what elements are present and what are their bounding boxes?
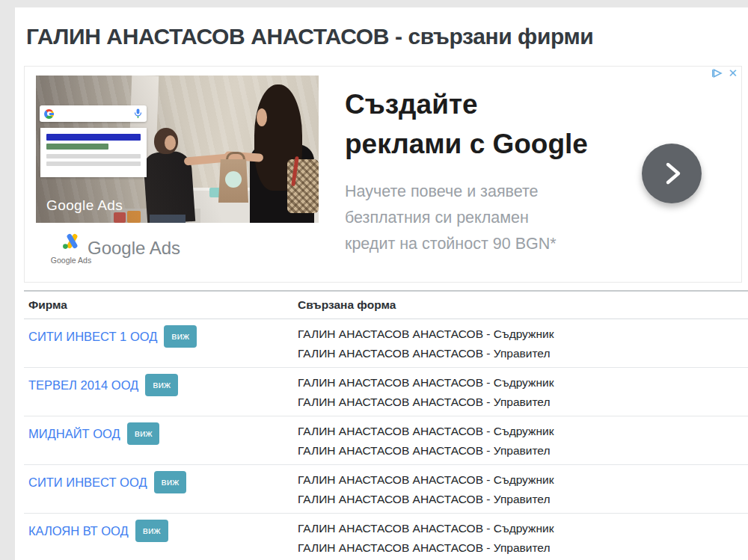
google-g-icon: [44, 109, 54, 119]
relation-line: ГАЛИН АНАСТАСОВ АНАСТАСОВ - Управител: [298, 538, 744, 558]
view-button[interactable]: виж: [164, 325, 197, 348]
chevron-right-icon: [659, 161, 684, 186]
google-ads-logo-icon: [61, 233, 82, 250]
company-link[interactable]: СИТИ ИНВЕСТ ООД: [28, 476, 147, 490]
ad-controls: ✕: [711, 68, 738, 79]
relation-line: ГАЛИН АНАСТАСОВ АНАСТАСОВ - Управител: [298, 441, 744, 461]
relations-cell: ГАЛИН АНАСТАСОВ АНАСТАСОВ - Съдружник ГА…: [298, 372, 744, 412]
company-link[interactable]: ТЕРВЕЛ 2014 ООД: [28, 378, 138, 393]
relation-line: ГАЛИН АНАСТАСОВ АНАСТАСОВ - Съдружник: [298, 519, 744, 538]
company-cell: СИТИ ИНВЕСТ 1 ООД виж: [28, 323, 298, 350]
ad-banner[interactable]: ✕: [24, 66, 742, 283]
ad-body-text: Научете повече и заявете безплатния си р…: [345, 179, 584, 257]
table-row: ТЕРВЕЛ 2014 ООД виж ГАЛИН АНАСТАСОВ АНАС…: [24, 368, 748, 416]
ad-body-line: Научете повече и заявете: [345, 179, 584, 205]
company-link[interactable]: СИТИ ИНВЕСТ 1 ООД: [28, 330, 157, 344]
microphone-icon: [134, 108, 142, 119]
relations-cell: ГАЛИН АНАСТАСОВ АНАСТАСОВ - Съдружник ГА…: [298, 517, 744, 558]
relation-line: ГАЛИН АНАСТАСОВ АНАСТАСОВ - Управител: [298, 344, 744, 363]
view-button[interactable]: виж: [135, 520, 168, 542]
table-row: МИДНАЙТ ООД виж ГАЛИН АНАСТАСОВ АНАСТАСО…: [24, 416, 748, 465]
view-button[interactable]: виж: [127, 422, 160, 445]
content-card: ГАЛИН АНАСТАСОВ АНАСТАСОВ - свързани фир…: [15, 7, 748, 560]
table-row: КАЛОЯН ВТ ООД виж ГАЛИН АНАСТАСОВ АНАСТА…: [24, 514, 748, 560]
ad-headline: Създайте реклами с Google: [345, 84, 588, 164]
ad-headline-line: Създайте: [345, 84, 588, 124]
relation-line: ГАЛИН АНАСТАСОВ АНАСТАСОВ - Съдружник: [298, 422, 744, 441]
table-row: СИТИ ИНВЕСТ ООД виж ГАЛИН АНАСТАСОВ АНАС…: [24, 465, 748, 514]
company-cell: ТЕРВЕЛ 2014 ООД виж: [28, 372, 298, 399]
relations-cell: ГАЛИН АНАСТАСОВ АНАСТАСОВ - Съдружник ГА…: [298, 469, 744, 509]
header-relation: Свързана форма: [298, 298, 396, 312]
adchoices-icon[interactable]: [711, 68, 723, 79]
relation-line: ГАЛИН АНАСТАСОВ АНАСТАСОВ - Съдружник: [298, 373, 744, 393]
close-icon[interactable]: ✕: [728, 68, 738, 79]
relation-line: ГАЛИН АНАСТАСОВ АНАСТАСОВ - Съдружник: [298, 324, 744, 344]
ad-cta-button[interactable]: [642, 144, 702, 203]
relations-cell: ГАЛИН АНАСТАСОВ АНАСТАСОВ - Съдружник ГА…: [298, 323, 744, 363]
serp-text-bar: [46, 154, 141, 159]
company-cell: СИТИ ИНВЕСТ ООД виж: [28, 469, 298, 496]
view-button[interactable]: виж: [145, 374, 178, 396]
company-cell: КАЛОЯН ВТ ООД виж: [28, 517, 298, 544]
serp-text-bar: [46, 161, 141, 166]
ad-headline-line: реклами с Google: [345, 124, 588, 164]
header-company: Фирма: [28, 298, 298, 312]
photo-brand-label: Google Ads: [46, 197, 123, 214]
serp-url-bar: [46, 144, 108, 150]
ad-body-line: безплатния си рекламен: [345, 205, 584, 231]
relation-line: ГАЛИН АНАСТАСОВ АНАСТАСОВ - Управител: [298, 393, 744, 412]
company-link[interactable]: КАЛОЯН ВТ ООД: [28, 524, 129, 538]
relation-line: ГАЛИН АНАСТАСОВ АНАСТАСОВ - Управител: [298, 490, 744, 509]
search-bar-mockup: [40, 105, 147, 122]
table-header: Фирма Свързана форма: [24, 290, 748, 319]
serp-title-bar: [46, 134, 141, 141]
view-button[interactable]: виж: [154, 471, 187, 493]
company-cell: МИДНАЙТ ООД виж: [28, 420, 298, 447]
relations-cell: ГАЛИН АНАСТАСОВ АНАСТАСОВ - Съдружник ГА…: [298, 420, 744, 461]
serp-card-mockup: [40, 128, 147, 177]
advertiser-name: Google Ads: [88, 238, 180, 259]
page-title: ГАЛИН АНАСТАСОВ АНАСТАСОВ - свързани фир…: [26, 24, 729, 49]
companies-table: Фирма Свързана форма СИТИ ИНВЕСТ 1 ООД в…: [24, 290, 748, 560]
relation-line: ГАЛИН АНАСТАСОВ АНАСТАСОВ - Съдружник: [298, 470, 744, 490]
company-link[interactable]: МИДНАЙТ ООД: [28, 427, 120, 441]
ad-body-line: кредит на стойност 90 BGN*: [345, 231, 584, 257]
table-row: СИТИ ИНВЕСТ 1 ООД виж ГАЛИН АНАСТАСОВ АН…: [24, 319, 748, 368]
ad-photo: Google Ads: [36, 76, 319, 223]
